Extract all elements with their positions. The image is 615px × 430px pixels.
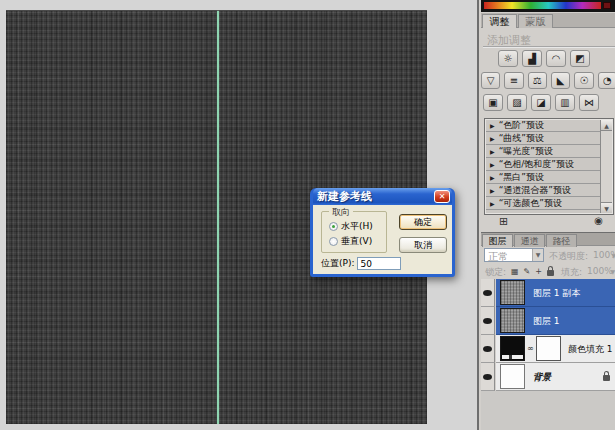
preset-black-white[interactable]: ▶ “黑白”预设	[486, 171, 601, 184]
fill-value[interactable]: 100%	[587, 266, 613, 276]
preset-levels[interactable]: ▶ “色阶”预设	[486, 119, 601, 132]
selective-color-icon[interactable]: ⋈	[579, 94, 599, 111]
lock-image-pixels-icon[interactable]: ✎	[524, 267, 531, 276]
preset-label: “色相/饱和度”预设	[499, 158, 574, 171]
fill-layer-thumbnail[interactable]	[500, 336, 525, 361]
layer-row-background[interactable]: 背景	[481, 363, 615, 391]
lock-transparent-pixels-icon[interactable]: ▦	[511, 267, 519, 276]
expand-triangle-icon[interactable]: ▶	[490, 161, 495, 168]
layer-row-body[interactable]: 图层 1 副本	[496, 279, 615, 307]
vibrance-icon[interactable]: ▽	[481, 72, 500, 89]
tab-masks[interactable]: 蒙版	[518, 14, 553, 28]
threshold-icon[interactable]: ◪	[531, 94, 551, 111]
dock-inner: 调整 蒙版 添加调整 ☼ ▟ ◠ ◩ ▽ ≡ ⚖ ◣ ☉ ◔ ▣ ▨	[481, 0, 615, 430]
layer-name[interactable]: 图层 1 副本	[533, 287, 580, 300]
visibility-cell[interactable]	[481, 279, 495, 307]
orientation-group-label: 取向	[329, 206, 353, 219]
scroll-down-icon[interactable]: ▼	[601, 202, 612, 213]
switch-panel-icon[interactable]: ⊞	[499, 215, 508, 228]
invert-icon[interactable]: ▣	[483, 94, 503, 111]
layer-thumbnail[interactable]	[500, 280, 525, 305]
preset-curves[interactable]: ▶ “曲线”预设	[486, 132, 601, 145]
eye-icon[interactable]	[483, 374, 492, 380]
layer-name[interactable]: 背景	[533, 371, 551, 384]
cancel-button[interactable]: 取消	[399, 237, 447, 253]
radio-selected-icon[interactable]	[329, 222, 338, 231]
radio-unselected-icon[interactable]	[329, 237, 338, 246]
radio-horizontal-label: 水平(H)	[341, 220, 373, 233]
radio-vertical-label: 垂直(V)	[341, 235, 372, 248]
photoshop-workspace: 调整 蒙版 添加调整 ☼ ▟ ◠ ◩ ▽ ≡ ⚖ ◣ ☉ ◔ ▣ ▨	[0, 0, 615, 430]
blend-mode-select[interactable]: 正常 ▼	[484, 248, 544, 262]
eye-icon[interactable]	[483, 290, 492, 296]
layer-mask-thumbnail[interactable]	[536, 336, 561, 361]
lock-all-icon[interactable]	[547, 270, 554, 276]
chevron-down-icon[interactable]: ▼	[532, 249, 543, 261]
expand-triangle-icon[interactable]: ▶	[490, 148, 495, 155]
lock-label: 锁定:	[485, 266, 506, 279]
layer-row-copy[interactable]: 图层 1 副本	[481, 279, 615, 307]
layer-row-color-fill[interactable]: ∞ 颜色填充 1	[481, 335, 615, 363]
fill-label: 填充:	[561, 266, 582, 279]
preset-label: “黑白”预设	[499, 171, 544, 184]
curves-icon[interactable]: ◠	[546, 50, 566, 67]
lock-position-icon[interactable]: +	[535, 267, 542, 276]
gradient-map-icon[interactable]: ▥	[555, 94, 575, 111]
visibility-cell[interactable]	[481, 363, 495, 391]
adjustments-footer-bar: ⊞ ◉	[481, 217, 615, 230]
tab-channels[interactable]: 通道	[514, 234, 545, 247]
layer-thumbnail[interactable]	[500, 308, 525, 333]
exposure-icon[interactable]: ◩	[570, 50, 590, 67]
presets-scrollbar[interactable]: ▲ ▼	[600, 120, 612, 213]
dialog-title-bar[interactable]: 新建参考线 ✕	[313, 188, 452, 205]
expand-triangle-icon[interactable]: ▶	[490, 200, 495, 207]
layer-row-body[interactable]: 背景	[496, 363, 615, 391]
layer-name[interactable]: 颜色填充 1	[568, 343, 613, 356]
toggle-visibility-icon[interactable]: ◉	[594, 215, 603, 226]
vertical-guide-line[interactable]	[217, 11, 219, 424]
preset-label: “曲线”预设	[499, 132, 544, 145]
preset-label: “曝光度”预设	[499, 145, 553, 158]
hue-saturation-icon[interactable]: ≡	[504, 72, 523, 89]
guide-position-input[interactable]	[357, 257, 401, 270]
lock-icons: ▦ ✎ +	[511, 265, 554, 278]
preset-selective-color[interactable]: ▶ “可选颜色”预设	[486, 197, 601, 210]
new-guide-dialog: 新建参考线 ✕ 取向 水平(H) 垂直(V) 位置(P): 确定 取消	[310, 188, 455, 277]
photo-filter-icon[interactable]: ☉	[574, 72, 593, 89]
close-icon[interactable]: ✕	[434, 190, 450, 203]
radio-horizontal[interactable]: 水平(H)	[329, 220, 373, 233]
channel-mixer-icon[interactable]: ◔	[598, 72, 615, 89]
expand-triangle-icon[interactable]: ▶	[490, 174, 495, 181]
layer-name[interactable]: 图层 1	[533, 315, 560, 328]
radio-vertical[interactable]: 垂直(V)	[329, 235, 372, 248]
color-balance-icon[interactable]: ⚖	[528, 72, 547, 89]
tab-paths[interactable]: 路径	[546, 234, 577, 247]
color-spectrum-bar[interactable]	[481, 0, 615, 12]
eye-icon[interactable]	[483, 346, 492, 352]
expand-triangle-icon[interactable]: ▶	[490, 122, 495, 129]
ok-button[interactable]: 确定	[399, 214, 447, 230]
posterize-icon[interactable]: ▨	[507, 94, 527, 111]
layer-row-body[interactable]: 图层 1	[496, 307, 615, 335]
chevron-down-icon[interactable]: ▼	[610, 268, 615, 275]
scroll-up-icon[interactable]: ▲	[601, 120, 612, 131]
eye-icon[interactable]	[483, 318, 492, 324]
tab-adjustments[interactable]: 调整	[482, 14, 517, 28]
expand-triangle-icon[interactable]: ▶	[490, 135, 495, 142]
visibility-cell[interactable]	[481, 307, 495, 335]
chevron-down-icon[interactable]: ▼	[611, 252, 615, 259]
link-mask-icon[interactable]: ∞	[527, 344, 534, 353]
expand-triangle-icon[interactable]: ▶	[490, 187, 495, 194]
layer-row-layer1[interactable]: 图层 1	[481, 307, 615, 335]
layer-row-body[interactable]: ∞ 颜色填充 1	[496, 335, 615, 363]
layer-thumbnail[interactable]	[500, 364, 525, 389]
black-white-icon[interactable]: ◣	[551, 72, 570, 89]
preset-hue-saturation[interactable]: ▶ “色相/饱和度”预设	[486, 158, 601, 171]
levels-icon[interactable]: ▟	[522, 50, 542, 67]
preset-exposure[interactable]: ▶ “曝光度”预设	[486, 145, 601, 158]
preset-channel-mixer[interactable]: ▶ “通道混合器”预设	[486, 184, 601, 197]
tab-layers[interactable]: 图层	[482, 234, 513, 247]
spectrum-gradient[interactable]	[484, 2, 601, 9]
brightness-contrast-icon[interactable]: ☼	[498, 50, 518, 67]
visibility-cell[interactable]	[481, 335, 495, 363]
